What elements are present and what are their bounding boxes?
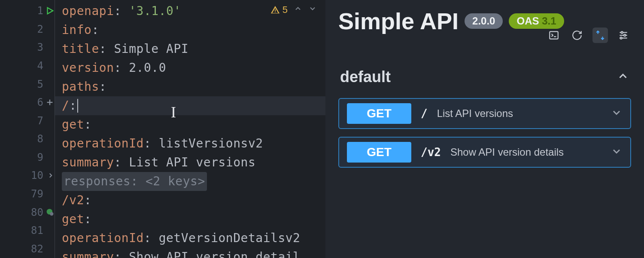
operation-path: /v2 <box>421 146 441 159</box>
http-method-badge: GET <box>347 103 411 124</box>
warning-icon: 5 <box>270 4 288 15</box>
api-title: Simple API <box>338 8 459 34</box>
code-line[interactable]: get: <box>55 210 325 229</box>
section-title: default <box>340 68 391 86</box>
svg-point-10 <box>621 31 623 33</box>
gutter-line: 6 <box>0 93 55 112</box>
code-line[interactable]: summary: Show API version detail <box>55 248 325 258</box>
gutter-line: 3 <box>0 38 55 57</box>
text-cursor-icon: I <box>171 103 176 121</box>
code-line[interactable]: /v2: <box>55 191 325 210</box>
gutter-line: 82 <box>0 240 55 258</box>
svg-rect-5 <box>550 31 558 39</box>
chevron-down-icon <box>611 107 623 120</box>
operation-row[interactable]: GET/v2Show API version details <box>338 137 631 168</box>
lint-dot-icon <box>46 208 55 217</box>
problems-prev[interactable] <box>294 4 302 15</box>
chevron-up-icon <box>617 70 629 84</box>
svg-point-4 <box>50 212 53 215</box>
run-icon[interactable] <box>45 6 55 15</box>
warning-count: 5 <box>283 4 288 15</box>
http-method-badge: GET <box>347 142 411 163</box>
code-line[interactable]: version: 2.0.0 <box>55 58 325 77</box>
gutter-line: 7 <box>0 111 55 130</box>
oas-pill: OAS 3.1 <box>509 13 564 29</box>
problems-next[interactable] <box>308 4 317 15</box>
gutter-line: 81 <box>0 221 55 240</box>
operation-summary: Show API version details <box>450 146 564 158</box>
gutter-line: 80 <box>0 203 55 221</box>
gutter-line: 1 <box>0 2 55 20</box>
code-line[interactable]: info: <box>55 21 325 40</box>
chevron-down-icon <box>611 145 623 159</box>
sliders-icon[interactable] <box>616 28 631 43</box>
refresh-icon[interactable] <box>569 28 585 43</box>
gutter-line: 4 <box>0 57 55 75</box>
operation-row[interactable]: GET/List API versions <box>338 98 631 129</box>
code-line[interactable]: operationId: getVersionDetailsv2 <box>55 229 325 248</box>
gutter-line: 10 <box>0 166 55 185</box>
code-line[interactable]: summary: List API versions <box>55 153 325 172</box>
code-line[interactable]: get: <box>55 115 325 134</box>
svg-point-12 <box>620 37 622 39</box>
svg-marker-0 <box>48 8 53 14</box>
terminal-icon[interactable] <box>546 28 562 43</box>
code-line[interactable]: /: <box>55 96 325 115</box>
code-editor[interactable]: 1234567891079808182 openapi: '3.1.0'info… <box>0 0 325 258</box>
chevron-right-icon[interactable] <box>47 172 55 179</box>
section-header[interactable]: default <box>338 68 631 90</box>
code-line[interactable]: operationId: listVersionsv2 <box>55 134 325 153</box>
plus-icon[interactable] <box>45 98 55 107</box>
gutter-line: 79 <box>0 185 55 203</box>
gutter-line: 9 <box>0 148 55 167</box>
gutter-line: 5 <box>0 75 55 93</box>
swagger-preview: Simple API 2.0.0 OAS 3.1 default <box>325 0 644 258</box>
code-line[interactable]: title: Simple API <box>55 40 325 58</box>
version-pill: 2.0.0 <box>465 13 503 29</box>
gutter-line: 8 <box>0 130 55 148</box>
operation-summary: List API versions <box>437 108 513 120</box>
code-line[interactable]: paths: <box>55 77 325 96</box>
code-line[interactable]: responses: <2 keys> <box>55 172 325 191</box>
editor-gutter: 1234567891079808182 <box>0 0 55 258</box>
problems-indicator[interactable]: 5 <box>270 4 317 15</box>
editor-code[interactable]: openapi: '3.1.0'info: title: Simple API … <box>55 0 325 258</box>
gutter-line: 2 <box>0 20 55 39</box>
svg-point-11 <box>624 34 626 36</box>
sort-icon[interactable] <box>592 28 608 43</box>
operation-path: / <box>421 107 428 120</box>
